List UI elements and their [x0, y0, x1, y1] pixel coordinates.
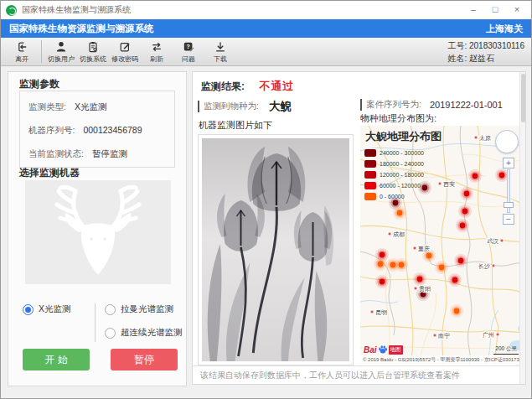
result-value: 不通过	[259, 80, 294, 92]
machine-select-title: 选择监测机器	[19, 166, 80, 180]
case-number: 20191222-01-001	[430, 100, 503, 110]
svg-text:?: ?	[186, 43, 190, 50]
svg-text:广州: 广州	[483, 332, 494, 338]
deer-image	[25, 180, 171, 284]
baidu-logo: Bai 地图	[364, 345, 403, 355]
radio-xray[interactable]: X光监测	[23, 303, 71, 315]
legend-swatch	[364, 193, 376, 200]
case-row: 案件序列号为: 20191222-01-001	[360, 99, 503, 111]
svg-text:长沙: 长沙	[478, 263, 490, 270]
switch-system-icon	[86, 40, 100, 54]
xray-image	[198, 134, 354, 365]
svg-text:重庆: 重庆	[418, 246, 430, 251]
result-panel: 监测结果: 不通过 监测到物种为: 大鲵 案件序列号为: 20191222-01…	[192, 71, 526, 385]
minimize-button[interactable]: –	[464, 3, 483, 17]
distribution-map-label: 物种地理分布图为:	[360, 112, 436, 125]
map-scale: 200 公里	[493, 345, 519, 355]
panel-scrollbar[interactable]	[519, 72, 525, 384]
change-password-icon	[118, 40, 132, 54]
monitor-type-value: X光监测	[75, 101, 107, 111]
zoom-slider-handle[interactable]	[504, 202, 514, 208]
question-icon: ?	[182, 40, 195, 54]
map-legend: 240000 - 300000 180000 - 240000 120000 -…	[364, 148, 424, 202]
species-value: 大鲵	[269, 99, 292, 114]
download-button[interactable]: 下载	[204, 38, 236, 65]
svg-text:成都: 成都	[393, 231, 405, 238]
employee-id-label: 工号:	[447, 41, 467, 50]
map-attribution: © 2019 Baidu - GS(2019)5572号 - 甲测资字11009…	[360, 355, 524, 365]
status-label: 当前监测状态:	[28, 148, 84, 158]
zoom-in-button[interactable]: +	[503, 158, 514, 168]
svg-text:武汉: 武汉	[487, 238, 498, 245]
pause-button[interactable]: 暂停	[111, 349, 178, 370]
exit-button[interactable]: 离开	[6, 38, 38, 65]
baidu-wordmark: Bai	[364, 345, 377, 355]
employee-name: 赵益石	[469, 54, 494, 63]
maximize-button[interactable]: □	[486, 3, 504, 17]
case-label: 案件序列号为:	[360, 99, 421, 111]
params-title: 监测参数	[19, 77, 59, 91]
radio-supercontinuum-label: 超连续光谱监测	[121, 327, 183, 339]
scrollbar-thumb[interactable]	[521, 74, 525, 122]
switch-user-button[interactable]: 切换用户	[45, 38, 77, 65]
start-button[interactable]: 开 始	[23, 349, 90, 370]
page-title: 国家特殊生物资源监测与溯源系统	[9, 23, 486, 35]
svg-text:太原: 太原	[479, 135, 491, 141]
species-row: 监测到物种为: 大鲵	[198, 99, 292, 114]
radio-raman[interactable]: 拉曼光谱监测	[105, 303, 173, 315]
close-button[interactable]: ×	[508, 3, 526, 17]
legend-swatch	[364, 171, 376, 179]
refresh-button[interactable]: 刷新	[141, 38, 173, 65]
zoom-slider[interactable]	[507, 169, 510, 213]
xray-tulips	[202, 138, 349, 361]
radio-xray-label: X光监测	[39, 303, 71, 315]
serial-value: 000123456789	[83, 125, 142, 135]
employee-name-label: 姓名:	[447, 54, 467, 63]
status-value: 暂停监测	[92, 148, 127, 158]
serial-label: 机器序列号:	[28, 125, 75, 135]
radio-raman-dot[interactable]	[105, 304, 116, 315]
result-footer-note: 该结果自动保存到数据库中，工作人员可以进入后台管理系统查看案件	[193, 365, 525, 384]
question-button[interactable]: ? 问题	[173, 38, 204, 65]
org-name: 上海海关	[486, 23, 523, 35]
monitor-params-panel: 监测参数 监测类型:X光监测 机器序列号:000123456789 当前监测状态…	[8, 71, 187, 386]
radio-supercontinuum-dot[interactable]	[105, 328, 116, 339]
window-title: 国家特殊生物监测与溯源系统	[22, 4, 464, 16]
zoom-out-button[interactable]: −	[503, 214, 514, 225]
download-icon	[214, 40, 227, 54]
legend-swatch	[364, 149, 376, 157]
toolbar-separator	[41, 40, 42, 63]
exit-icon	[15, 40, 28, 54]
svg-text:贵阳: 贵阳	[419, 286, 431, 293]
legend-swatch	[364, 182, 376, 189]
species-label: 监测到物种为:	[198, 101, 259, 112]
legend-swatch	[364, 160, 376, 168]
map-title: 大鲵地理分布图	[365, 129, 442, 144]
switch-system-button[interactable]: 切换系统	[77, 38, 109, 65]
change-password-button[interactable]: 修改密码	[109, 38, 141, 65]
map-zoom-control: + −	[503, 158, 514, 225]
map-compass-control[interactable]	[495, 130, 519, 153]
result-label: 监测结果:	[201, 80, 245, 92]
svg-text:西安: 西安	[443, 181, 455, 188]
employee-id: 201830310116	[469, 41, 524, 50]
svg-text:昆明: 昆明	[375, 309, 387, 316]
app-header: 国家特殊生物资源监测与溯源系统 上海海关	[1, 19, 531, 38]
radio-supercontinuum[interactable]: 超连续光谱监测	[105, 327, 183, 339]
distribution-map[interactable]: 太原西安成都重庆武汉长沙贵阳昆明南宁广州 大鲵地理分布图 240000 - 30…	[360, 126, 524, 365]
app-window: 国家特殊生物监测与溯源系统 – □ × 国家特殊生物资源监测与溯源系统 上海海关…	[0, 0, 532, 399]
baidu-map-badge: 地图	[389, 345, 403, 355]
switch-user-icon	[54, 40, 68, 54]
radio-divider	[95, 303, 96, 342]
result-row: 监测结果: 不通过	[201, 79, 294, 94]
machine-image-label: 机器监测图片如下	[199, 119, 272, 132]
app-icon	[6, 5, 17, 16]
params-box: 监测类型:X光监测 机器序列号:000123456789 当前监测状态:暂停监测	[19, 91, 175, 168]
user-info: 工号: 201830310116 姓名: 赵益石	[447, 39, 524, 65]
monitor-type-label: 监测类型:	[28, 101, 66, 111]
titlebar: 国家特殊生物监测与溯源系统 – □ ×	[1, 1, 531, 19]
baidu-paw-icon	[378, 345, 388, 355]
refresh-icon	[150, 40, 163, 54]
toolbar: 离开 切换用户 切换系统 修改密码 刷新 ? 问题 下载 工号: 2018303…	[1, 38, 531, 66]
radio-xray-dot[interactable]	[23, 304, 34, 315]
